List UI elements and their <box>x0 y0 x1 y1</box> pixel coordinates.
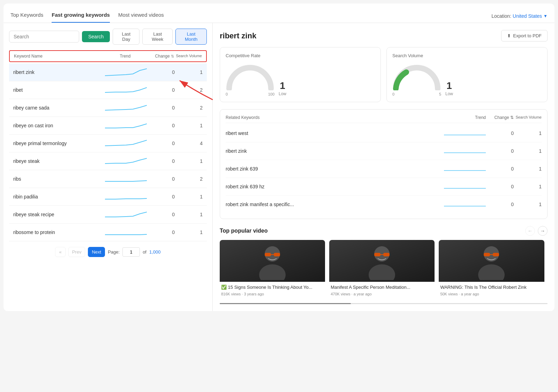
related-volume: 1 <box>514 166 542 172</box>
pagination: « Prev Next Page: of 1,000 <box>9 241 207 263</box>
trend-sparkline <box>105 85 147 95</box>
table-row[interactable]: ribeye primal termonlogy 0 4 <box>9 135 207 152</box>
video-meta: 816K views · 3 years ago <box>221 292 324 296</box>
table-row[interactable]: ribs 0 2 <box>9 170 207 188</box>
competitive-rate-gauge: 0 100 1 Low <box>226 62 375 96</box>
volume-value: 4 <box>175 141 203 146</box>
volume-value: 1 <box>175 69 203 75</box>
trend-sparkline <box>105 138 147 149</box>
video-next-arrow[interactable]: → <box>538 226 548 236</box>
related-keyword-name: robert zink 639 hz <box>226 184 444 189</box>
related-row[interactable]: robert zink 639 hz 0 1 <box>226 178 542 196</box>
related-volume: 1 <box>514 130 542 136</box>
prev-page-button[interactable]: Prev <box>68 247 85 257</box>
volume-value: 2 <box>175 176 203 182</box>
video-section: Top popular video ← → <box>220 226 548 304</box>
volume-value: 1 <box>175 123 203 128</box>
video-scroll-bar[interactable] <box>220 303 548 304</box>
tab-fast-growing[interactable]: Fast growing keywords <box>52 9 110 23</box>
search-volume-value: 1 <box>446 81 452 91</box>
export-button[interactable]: ⬆ Export to PDF <box>501 30 548 42</box>
next-page-button[interactable]: Next <box>88 247 105 257</box>
header-volume: Search Volume <box>174 54 202 59</box>
table-row[interactable]: ribeye steak recipe 0 1 <box>9 206 207 224</box>
competitive-rate-card: Competitive Rate 0 100 <box>220 47 381 102</box>
related-row[interactable]: ribert west 0 1 <box>226 125 542 142</box>
video-section-title: Top popular video <box>220 228 267 234</box>
gauge-min: 0 <box>392 92 394 96</box>
related-change: 0 <box>486 184 514 189</box>
search-volume-label: Low <box>445 91 453 96</box>
search-button[interactable]: Search <box>82 31 110 42</box>
svg-rect-17 <box>484 253 490 256</box>
location-value[interactable]: United States <box>513 13 542 19</box>
detail-title: ribert zink <box>220 31 256 40</box>
related-change-filter-icon[interactable]: ⇅ <box>510 115 514 120</box>
video-prev-arrow[interactable]: ← <box>525 226 535 236</box>
export-icon: ⬆ <box>507 33 511 38</box>
video-card[interactable]: WARNING: This Is The Official Robert Zin… <box>439 240 544 299</box>
related-title: Related Keywords <box>226 115 444 120</box>
filter-last-day[interactable]: Last Day <box>113 29 140 45</box>
trend-sparkline <box>105 227 147 238</box>
page-input[interactable] <box>122 247 140 257</box>
filter-last-week[interactable]: Last Week <box>142 29 173 45</box>
video-title: ✅ 15 Signs Someone Is Thinking About Yo.… <box>221 285 324 291</box>
search-volume-svg <box>392 62 441 90</box>
gauge-min: 0 <box>226 92 228 96</box>
related-trend-header: Trend <box>444 115 486 120</box>
trend-sparkline <box>105 191 147 202</box>
related-volume-header: Search Volume <box>514 115 542 120</box>
related-row[interactable]: ribert zink 0 1 <box>226 142 542 160</box>
filter-last-month[interactable]: Last Month <box>175 29 207 45</box>
related-change: 0 <box>486 148 514 154</box>
related-keyword-name: robert zink manifest a specific... <box>226 202 444 207</box>
video-info: ✅ 15 Signs Someone Is Thinking About Yo.… <box>220 282 325 299</box>
person-silhouette <box>474 242 509 280</box>
table-row[interactable]: ribeye steak 0 1 <box>9 152 207 170</box>
table-row[interactable]: ribert zink 0 1 <box>9 63 207 81</box>
keywords-table: ribert zink 0 1 ribet 0 2 <box>9 63 207 241</box>
video-card[interactable]: Manifest A Specific Person Meditation...… <box>329 240 435 299</box>
related-change: 0 <box>486 202 514 207</box>
keyword-name: ribeye primal termonlogy <box>13 141 105 146</box>
table-row[interactable]: ribeye on cast iron 0 1 <box>9 117 207 135</box>
related-keyword-name: ribert west <box>226 130 444 136</box>
table-row[interactable]: ribosome to protein 0 1 <box>9 224 207 241</box>
volume-value: 1 <box>175 194 203 199</box>
video-section-header: Top popular video ← → <box>220 226 548 236</box>
volume-value: 2 <box>175 87 203 93</box>
related-change: 0 <box>486 166 514 172</box>
video-nav-arrows: ← → <box>525 226 548 236</box>
related-header: Related Keywords Trend Change ⇅ Search V… <box>226 115 542 123</box>
svg-rect-18 <box>493 253 499 256</box>
location-selector[interactable]: Location: United States ▼ <box>491 13 548 19</box>
table-row[interactable]: ribin padilia 0 1 <box>9 188 207 206</box>
tab-most-viewed[interactable]: Most viewed videos <box>118 9 164 23</box>
table-row[interactable]: ribet 0 2 <box>9 81 207 99</box>
video-info: Manifest A Specific Person Meditation...… <box>329 282 435 299</box>
search-bar: Search Last Day Last Week Last Month <box>9 29 207 45</box>
keyword-name: ribert zink <box>13 69 105 75</box>
tab-top-keywords[interactable]: Top Keywords <box>10 9 43 23</box>
change-value: 0 <box>147 69 175 75</box>
first-page-button[interactable]: « <box>55 247 65 257</box>
video-meta: 50K views · a year ago <box>440 292 543 296</box>
competitive-rate-svg <box>226 62 274 90</box>
header-trend: Trend <box>104 54 146 59</box>
related-trend-sparkline <box>444 199 486 210</box>
search-input[interactable] <box>9 31 79 43</box>
svg-rect-8 <box>274 253 280 256</box>
change-value: 0 <box>147 141 175 146</box>
svg-point-11 <box>369 264 395 280</box>
change-filter-icon[interactable]: ⇅ <box>171 54 174 58</box>
svg-rect-13 <box>383 253 390 256</box>
change-value: 0 <box>147 229 175 235</box>
svg-rect-7 <box>265 253 271 256</box>
video-card[interactable]: ✅ 15 Signs Someone Is Thinking About Yo.… <box>220 240 325 299</box>
table-row[interactable]: ribey carne sada 0 2 <box>9 99 207 117</box>
related-change: 0 <box>486 130 514 136</box>
keyword-name: ribeye steak recipe <box>13 212 105 217</box>
related-row[interactable]: robert zink manifest a specific... 0 1 <box>226 196 542 213</box>
related-row[interactable]: robert zink 639 0 1 <box>226 160 542 178</box>
